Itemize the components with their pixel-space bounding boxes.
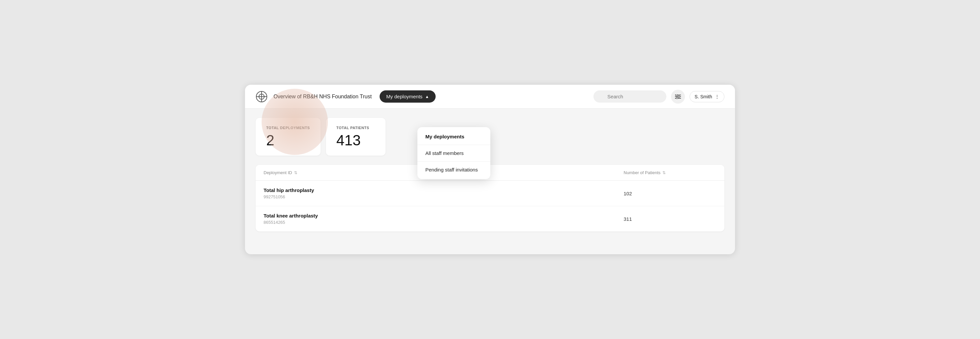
app-logo <box>256 91 267 103</box>
user-more-icon: ⋮ <box>715 94 719 99</box>
deployment-info-2: Total knee arthroplasty 865514265 <box>264 213 624 225</box>
svg-point-7 <box>676 94 678 96</box>
user-menu-button[interactable]: S. Smith ⋮ <box>690 91 724 102</box>
stat-card-deployments: TOTAL DEPLOYMENTS 2 <box>256 118 321 155</box>
chevron-up-icon: ▲ <box>425 94 429 99</box>
page-title: Overview of RB&H NHS Foundation Trust <box>274 94 372 100</box>
stat-label-deployments: TOTAL DEPLOYMENTS <box>266 126 310 130</box>
deployment-id-1: 992751056 <box>264 194 624 199</box>
stat-value-deployments: 2 <box>266 133 310 148</box>
dropdown-divider-2 <box>417 161 490 162</box>
dropdown-item-my-deployments[interactable]: My deployments <box>417 129 490 144</box>
stat-label-patients: TOTAL PATIENTS <box>337 126 375 130</box>
table-row[interactable]: Total knee arthroplasty 865514265 311 <box>256 206 724 231</box>
dropdown-item-pending-invitations[interactable]: Pending staff invitations <box>417 162 490 177</box>
stat-value-patients: 413 <box>337 133 375 148</box>
svg-point-8 <box>678 96 680 97</box>
stat-card-patients: TOTAL PATIENTS 413 <box>326 118 385 155</box>
patient-count-2: 311 <box>624 216 716 222</box>
header-right: 🔍 S. Smith ⋮ <box>593 90 724 104</box>
search-input[interactable] <box>593 90 667 103</box>
nav-dropdown-label: My deployments <box>386 94 422 99</box>
deployment-id-2: 865514265 <box>264 220 624 225</box>
table-row[interactable]: Total hip arthroplasty 992751056 102 <box>256 181 724 206</box>
dropdown-item-all-staff[interactable]: All staff members <box>417 146 490 160</box>
sort-deployment-icon[interactable]: ⇅ <box>294 171 298 175</box>
dropdown-divider-1 <box>417 145 490 145</box>
patient-count-1: 102 <box>624 191 716 196</box>
sort-patients-icon[interactable]: ⇅ <box>662 171 666 175</box>
dropdown-menu: My deployments All staff members Pending… <box>417 127 490 179</box>
user-name-label: S. Smith <box>695 94 712 99</box>
deployment-name-2: Total knee arthroplasty <box>264 213 624 219</box>
svg-point-9 <box>676 97 678 99</box>
filter-button[interactable] <box>671 90 685 104</box>
search-wrapper: 🔍 <box>593 90 667 103</box>
deployment-info-1: Total hip arthroplasty 992751056 <box>264 187 624 199</box>
nav-dropdown-button[interactable]: My deployments ▲ <box>380 90 436 103</box>
app-container: Overview of RB&H NHS Foundation Trust My… <box>245 85 735 254</box>
dropdown-container: My deployments All staff members Pending… <box>417 127 490 179</box>
header: Overview of RB&H NHS Foundation Trust My… <box>245 85 735 109</box>
deployment-name-1: Total hip arthroplasty <box>264 187 624 193</box>
col-header-patients: Number of Patients ⇅ <box>624 170 716 175</box>
